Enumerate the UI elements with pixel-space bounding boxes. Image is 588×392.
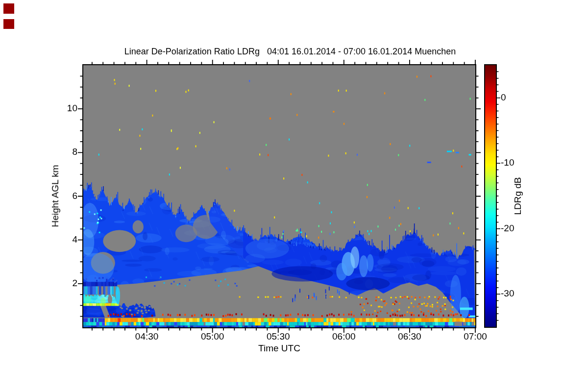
window-artifact-square-0 bbox=[3, 3, 14, 14]
x-tick-label-04:30: 04:30 bbox=[130, 332, 164, 342]
y-tick-label-6: 6 bbox=[54, 191, 77, 201]
colorbar-tick-label--20: -20 bbox=[501, 223, 525, 234]
x-tick-label-05:00: 05:00 bbox=[196, 332, 230, 342]
x-tick-label-07:00: 07:00 bbox=[458, 332, 492, 342]
window-artifact-square-1 bbox=[3, 19, 14, 29]
colorbar-tick-label--10: -10 bbox=[501, 158, 525, 168]
y-tick-label-4: 4 bbox=[54, 235, 77, 245]
x-tick-label-06:30: 06:30 bbox=[392, 332, 427, 342]
plot-window: Linear De-Polarization Ratio LDRg 04:01 … bbox=[0, 0, 588, 392]
heatmap-canvas bbox=[83, 65, 475, 327]
x-tick-label-05:30: 05:30 bbox=[261, 332, 295, 342]
plot-title: Linear De-Polarization Ratio LDRg 04:01 … bbox=[83, 47, 497, 57]
colorbar-title: LDRg dB bbox=[513, 177, 523, 215]
y-tick-label-8: 8 bbox=[54, 147, 77, 157]
y-tick-label-10: 10 bbox=[54, 103, 77, 114]
x-tick-label-06:00: 06:00 bbox=[327, 332, 361, 342]
x-axis-title: Time UTC bbox=[230, 343, 328, 354]
y-tick-label-2: 2 bbox=[54, 278, 77, 289]
colorbar-tick-label-0: 0 bbox=[501, 93, 525, 103]
colorbar-gradient bbox=[485, 65, 496, 327]
colorbar-tick-label--30: -30 bbox=[501, 289, 525, 299]
